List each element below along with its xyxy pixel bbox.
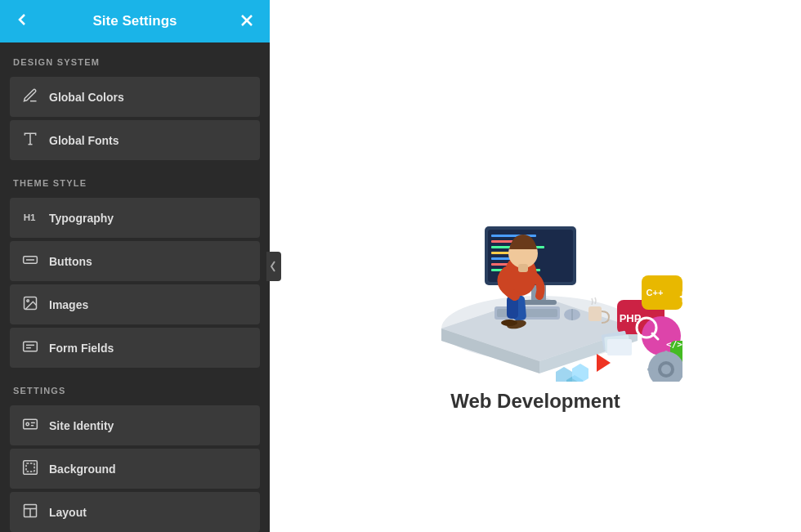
svg-point-49 (501, 320, 517, 326)
svg-marker-71 (597, 354, 611, 372)
svg-rect-12 (24, 419, 38, 429)
back-button[interactable] (10, 10, 36, 34)
main-title: Web Development (450, 390, 620, 413)
layout-icon (21, 503, 39, 521)
svg-rect-31 (521, 300, 557, 305)
font-icon (21, 131, 39, 150)
site-identity-label: Site Identity (49, 419, 114, 432)
svg-point-13 (26, 422, 29, 425)
background-icon (21, 459, 39, 478)
sidebar-content: DESIGN SYSTEM Global Colors Global Fonts (0, 42, 270, 532)
svg-rect-69 (647, 368, 653, 371)
typography-label: Typography (49, 212, 114, 225)
svg-text:C++: C++ (647, 288, 664, 297)
button-icon (21, 252, 39, 270)
svg-text:</>: </> (666, 339, 682, 350)
global-colors-label: Global Colors (49, 91, 124, 104)
layout-label: Layout (49, 506, 87, 519)
web-development-illustration: PHP C++ {} </> (388, 120, 682, 382)
menu-item-buttons[interactable]: Buttons (10, 241, 260, 281)
menu-item-images[interactable]: Images (10, 284, 260, 324)
section-label-design-system: DESIGN SYSTEM (0, 42, 270, 74)
svg-rect-52 (518, 264, 528, 272)
background-label: Background (49, 463, 116, 476)
collapse-handle[interactable] (266, 252, 281, 281)
svg-rect-70 (679, 368, 682, 371)
close-button[interactable] (234, 9, 260, 34)
menu-item-form-fields[interactable]: Form Fields (10, 328, 260, 368)
form-icon (21, 338, 39, 357)
menu-item-site-identity[interactable]: Site Identity (10, 405, 260, 445)
svg-rect-42 (497, 309, 557, 317)
menu-item-global-fonts[interactable]: Global Fonts (10, 120, 260, 160)
svg-rect-17 (26, 463, 34, 472)
section-label-settings: SETTINGS (0, 371, 270, 402)
svg-point-66 (661, 364, 671, 374)
main-content: PHP C++ {} </> (270, 0, 801, 532)
sidebar-header: Site Settings (0, 0, 270, 42)
menu-item-global-colors[interactable]: Global Colors (10, 77, 260, 117)
svg-text:{}: {} (678, 288, 682, 305)
pen-icon (21, 87, 39, 106)
buttons-label: Buttons (49, 255, 92, 268)
menu-item-background[interactable]: Background (10, 449, 260, 489)
svg-point-8 (27, 300, 29, 302)
svg-rect-9 (24, 342, 38, 351)
menu-item-typography[interactable]: H1 Typography (10, 198, 260, 238)
menu-item-layout[interactable]: Layout (10, 492, 260, 532)
global-fonts-label: Global Fonts (49, 134, 119, 147)
svg-rect-45 (588, 306, 602, 321)
svg-text:H1: H1 (24, 212, 36, 222)
sidebar: Site Settings DESIGN SYSTEM Global Color… (0, 0, 270, 532)
images-label: Images (49, 298, 88, 311)
sidebar-title: Site Settings (93, 13, 177, 29)
form-fields-label: Form Fields (49, 342, 114, 355)
h1-icon: H1 (21, 208, 39, 227)
svg-rect-16 (24, 461, 38, 475)
svg-rect-68 (665, 378, 668, 382)
image-icon (21, 295, 39, 314)
illustration-container: PHP C++ {} </> (388, 120, 682, 413)
section-label-theme-style: THEME STYLE (0, 163, 270, 194)
id-icon (21, 416, 39, 435)
svg-marker-77 (572, 364, 588, 382)
svg-rect-67 (665, 351, 668, 356)
svg-rect-74 (607, 339, 632, 355)
